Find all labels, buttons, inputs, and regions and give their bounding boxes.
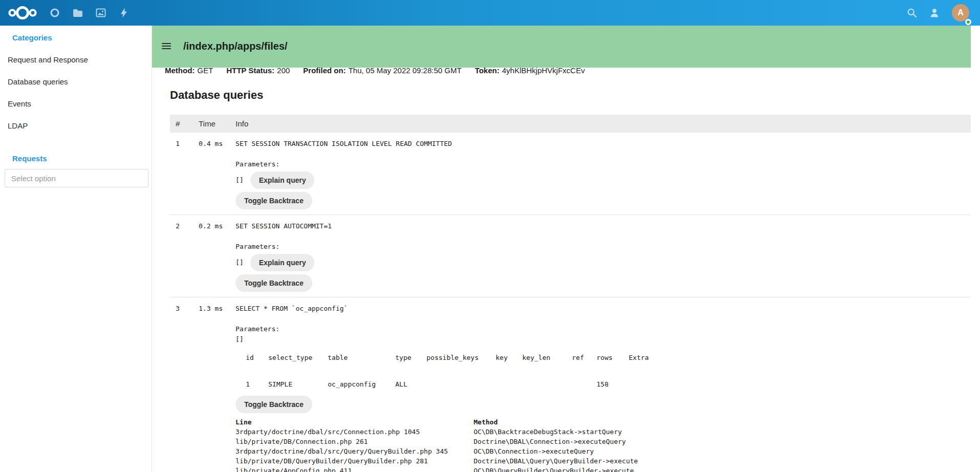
explain-cell-extra [629, 380, 659, 389]
categories-list: Request and Response Database queries Ev… [0, 49, 152, 137]
request-select-placeholder: Select option [11, 174, 56, 183]
sidebar: Categories Request and Response Database… [0, 26, 152, 472]
explain-header-table: table [328, 354, 395, 362]
explain-cell-rows: 158 [596, 380, 629, 389]
topbar-right: A [907, 4, 969, 22]
explain-header-key-len: key_len [522, 354, 572, 362]
backtrace-method: OC\DB\Connection->executeQuery [474, 446, 638, 456]
token-value: 4yhKlBHkjpHVkjFxcCEv [502, 66, 585, 75]
query-3-explain-table: id select_type table type possible_keys … [246, 354, 659, 389]
contacts-icon[interactable] [929, 8, 940, 18]
sidebar-item-ldap[interactable]: LDAP [0, 115, 152, 137]
query-1-time: 0.4 ms [199, 140, 236, 209]
explain-header-rows: rows [596, 354, 629, 362]
col-info: Info [236, 119, 971, 128]
backtrace-line: 3rdparty/doctrine/dbal/src/Connection.ph… [236, 427, 474, 437]
query-row-1: 1 0.4 ms SET SESSION TRANSACTION ISOLATI… [170, 133, 971, 215]
explain-cell-table: oc_appconfig [328, 380, 395, 389]
explain-cell-key-len [522, 380, 572, 389]
profile-meta: Method:GET HTTP Status:200 Profiled on:T… [152, 60, 971, 75]
page-title: Database queries [170, 89, 971, 102]
backtrace-line: lib/private/DB/Connection.php 261 [236, 437, 474, 446]
query-2-sql: SET SESSION AUTOCOMMIT=1 [236, 222, 332, 230]
query-1-parameters-label: Parameters: [236, 160, 280, 168]
nextcloud-logo-icon [8, 4, 37, 22]
query-3-parameters-label: Parameters: [236, 325, 280, 333]
query-2-explain-button[interactable]: Explain query [250, 254, 315, 271]
token-label: Token: [475, 66, 499, 75]
sidebar-item-database-queries[interactable]: Database queries [0, 71, 152, 93]
explain-header-ref: ref [572, 354, 596, 362]
query-1-index: 1 [176, 140, 199, 209]
backtrace-method: Doctrine\DBAL\Query\QueryBuilder->execut… [474, 456, 638, 466]
search-icon[interactable] [907, 8, 917, 18]
status-online-dot [965, 19, 971, 25]
backtrace-method-header: Method [474, 417, 638, 427]
query-3-params: [] [236, 335, 244, 344]
query-3-time: 1.3 ms [199, 305, 236, 472]
query-row-2: 2 0.2 ms SET SESSION AUTOCOMMIT=1 Parame… [170, 215, 971, 297]
method-label: Method: [165, 66, 195, 75]
explain-header-possible-keys: possible_keys [427, 354, 496, 362]
activity-app-icon[interactable] [119, 8, 129, 18]
profiled-on-label: Profiled on: [303, 66, 346, 75]
backtrace-line: 3rdparty/doctrine/dbal/src/Query/QueryBu… [236, 446, 474, 456]
http-status-label: HTTP Status: [226, 66, 274, 75]
query-1-explain-button[interactable]: Explain query [250, 171, 315, 189]
query-2-params: [] [236, 259, 244, 267]
topbar: A [0, 0, 980, 26]
profiled-on-value: Thu, 05 May 2022 09:28:50 GMT [348, 66, 461, 75]
query-1-sql: SET SESSION TRANSACTION ISOLATION LEVEL … [236, 140, 452, 148]
sidebar-item-request-and-response[interactable]: Request and Response [0, 49, 152, 71]
explain-cell-possible-keys [427, 380, 496, 389]
query-row-3: 3 1.3 ms SELECT * FROM `oc_appconfig` Pa… [170, 297, 971, 472]
queries-table: # Time Info 1 0.4 ms SET SESSION TRANSAC… [170, 115, 971, 472]
avatar[interactable]: A [952, 4, 969, 22]
explain-header-key: key [496, 354, 522, 362]
photos-app-icon[interactable] [96, 8, 106, 18]
files-app-icon[interactable] [73, 8, 83, 18]
backtrace-line: lib/private/AppConfig.php 411 [236, 466, 474, 472]
backtrace-line: lib/private/DB/QueryBuilder/QueryBuilder… [236, 456, 474, 466]
backtrace-method: OC\DB\BacktraceDebugStack->startQuery [474, 427, 638, 437]
menu-toggle-icon[interactable] [162, 41, 171, 51]
explain-cell-ref [572, 380, 596, 389]
sidebar-item-events[interactable]: Events [0, 93, 152, 115]
backtrace-method: OC\DB\QueryBuilder\QueryBuilder->execute [474, 466, 638, 472]
query-1-toggle-backtrace-button[interactable]: Toggle Backtrace [236, 192, 312, 209]
scrollbar-track[interactable] [971, 26, 980, 472]
explain-cell-select-type: SIMPLE [268, 380, 328, 389]
backtrace-method: Doctrine\DBAL\Connection->executeQuery [474, 437, 638, 446]
requests-heading: Requests [12, 154, 152, 163]
profiled-url-title: /index.php/apps/files/ [183, 39, 287, 53]
http-status-value: 200 [277, 66, 290, 75]
nextcloud-logo[interactable] [8, 4, 37, 22]
explain-header-extra: Extra [629, 354, 659, 362]
query-1-params: [] [236, 176, 244, 184]
explain-header-id: id [246, 354, 268, 362]
explain-header-type: type [395, 354, 427, 362]
query-3-sql: SELECT * FROM `oc_appconfig` [236, 305, 348, 313]
explain-cell-type: ALL [395, 380, 427, 389]
method-value: GET [197, 66, 213, 75]
avatar-letter: A [957, 8, 964, 17]
circle-app-icon[interactable] [50, 8, 60, 18]
col-time: Time [199, 119, 236, 128]
query-3-toggle-backtrace-button[interactable]: Toggle Backtrace [236, 396, 312, 413]
explain-cell-id: 1 [246, 380, 268, 389]
queries-table-header: # Time Info [170, 115, 971, 133]
query-3-index: 3 [176, 305, 199, 472]
query-2-parameters-label: Parameters: [236, 243, 280, 251]
explain-header-select-type: select_type [268, 354, 328, 362]
explain-cell-key [496, 380, 522, 389]
request-select[interactable]: Select option [5, 169, 148, 187]
main-content: /index.php/apps/files/ Method:GET HTTP S… [152, 26, 971, 472]
app-launcher [50, 8, 129, 18]
col-index: # [176, 119, 199, 128]
backtrace-line-header: Line [236, 417, 474, 427]
profile-header: /index.php/apps/files/ Method:GET HTTP S… [152, 26, 971, 68]
query-2-toggle-backtrace-button[interactable]: Toggle Backtrace [236, 274, 312, 292]
categories-heading: Categories [12, 33, 152, 42]
query-2-index: 2 [176, 222, 199, 292]
query-3-backtrace-table: Line Method 3rdparty/doctrine/dbal/src/C… [236, 417, 638, 472]
